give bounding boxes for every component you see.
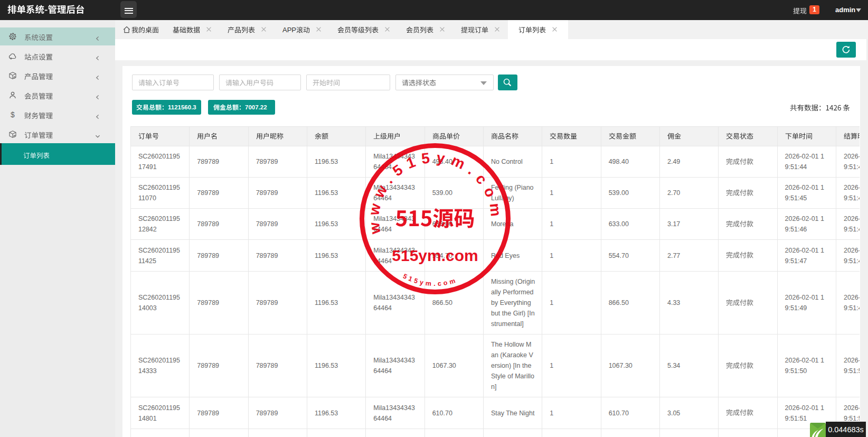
svg-text:$: $: [11, 110, 15, 119]
svg-text:515ym.com: 515ym.com: [392, 247, 478, 264]
